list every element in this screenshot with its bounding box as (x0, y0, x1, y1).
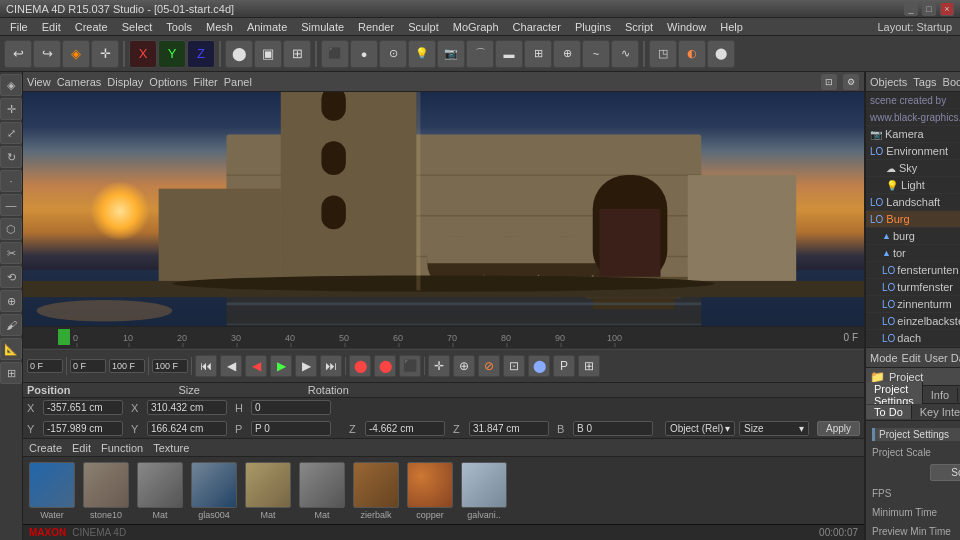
toolbar-bend[interactable]: ⌒ (466, 40, 494, 68)
toolbar-y-axis[interactable]: Y (158, 40, 186, 68)
vp-menu-filter[interactable]: Filter (193, 76, 217, 88)
mat-mat2[interactable]: Mat (243, 462, 293, 520)
props-menu-edit[interactable]: Edit (902, 352, 921, 364)
subtab-keyinterp[interactable]: Key Interpolation (912, 405, 960, 419)
obj-light[interactable]: 💡 Light (866, 177, 960, 194)
play-reverse-button[interactable]: ◀ (245, 355, 267, 377)
minimize-button[interactable]: _ (904, 2, 918, 16)
menu-sculpt[interactable]: Sculpt (402, 20, 445, 34)
mat-mat3[interactable]: Mat (297, 462, 347, 520)
menu-simulate[interactable]: Simulate (295, 20, 350, 34)
mat-zierbalk[interactable]: zierbalk (351, 462, 401, 520)
y-position[interactable]: -157.989 cm (43, 421, 123, 436)
scale-project-button[interactable]: Scale Project... (930, 464, 960, 481)
obj-environment[interactable]: LO Environment (866, 143, 960, 160)
mode-icon-3[interactable]: ⊘ (478, 355, 500, 377)
apply-button[interactable]: Apply (817, 421, 860, 436)
toolbar-camera[interactable]: 📷 (437, 40, 465, 68)
mode-icon-1[interactable]: ✛ (428, 355, 450, 377)
obj-fensterunten[interactable]: LO fensterunten (866, 262, 960, 279)
sidebar-snap[interactable]: ⊞ (0, 362, 22, 384)
toolbar-anim-2[interactable]: ▣ (254, 40, 282, 68)
obj-landschaft[interactable]: LO Landschaft (866, 194, 960, 211)
current-frame-input[interactable]: 100 F (109, 359, 145, 373)
mat-menu-edit[interactable]: Edit (72, 442, 91, 454)
tab-info[interactable]: Info (923, 388, 958, 402)
menu-window[interactable]: Window (661, 20, 712, 34)
vp-menu-options[interactable]: Options (149, 76, 187, 88)
obj-einzelbacksteine[interactable]: LO einzelbacksteine (866, 313, 960, 330)
obj-turmfenster[interactable]: LO turmfenster (866, 279, 960, 296)
toolbar-render-view[interactable]: ◐ (678, 40, 706, 68)
vp-menu-panel[interactable]: Panel (224, 76, 252, 88)
toolbar-render-region[interactable]: ◳ (649, 40, 677, 68)
vp-menu-cameras[interactable]: Cameras (57, 76, 102, 88)
z-position[interactable]: -4.662 cm (365, 421, 445, 436)
toolbar-nurbs[interactable]: ∿ (611, 40, 639, 68)
y-size[interactable]: 166.624 cm (147, 421, 227, 436)
toolbar-light[interactable]: 💡 (408, 40, 436, 68)
close-button[interactable]: × (940, 2, 954, 16)
sidebar-measure[interactable]: 📐 (0, 338, 22, 360)
props-menu-userdata[interactable]: User Data (925, 352, 960, 364)
toolbar-floor[interactable]: ▬ (495, 40, 523, 68)
mode-icon-6[interactable]: P (553, 355, 575, 377)
mat-galvani[interactable]: galvani.. (459, 462, 509, 520)
mode-icon-2[interactable]: ⊕ (453, 355, 475, 377)
obj-sky[interactable]: ☁ Sky (866, 160, 960, 177)
prev-frame-button[interactable]: ◀ (220, 355, 242, 377)
toolbar-cylinder[interactable]: ⊙ (379, 40, 407, 68)
obj-kamera[interactable]: 📷 Kamera ⊘ (866, 126, 960, 143)
toolbar-spline[interactable]: ~ (582, 40, 610, 68)
play-button[interactable]: ▶ (270, 355, 292, 377)
toolbar-z-axis[interactable]: Z (187, 40, 215, 68)
x-size[interactable]: 310.432 cm (147, 400, 227, 415)
menu-select[interactable]: Select (116, 20, 159, 34)
sidebar-loop[interactable]: ⟲ (0, 266, 22, 288)
menu-animate[interactable]: Animate (241, 20, 293, 34)
z-size[interactable]: 31.847 cm (469, 421, 549, 436)
obj-dach[interactable]: LO dach (866, 330, 960, 347)
vp-settings[interactable]: ⚙ (842, 73, 860, 91)
obj-tor[interactable]: ▲ tor (866, 245, 960, 262)
menu-script[interactable]: Script (619, 20, 659, 34)
menu-render[interactable]: Render (352, 20, 400, 34)
sidebar-edges[interactable]: — (0, 194, 22, 216)
mat-mat1[interactable]: Mat (135, 462, 185, 520)
toolbar-sphere[interactable]: ● (350, 40, 378, 68)
sidebar-paint[interactable]: 🖌 (0, 314, 22, 336)
sidebar-scale[interactable]: ⤢ (0, 122, 22, 144)
mat-stone10[interactable]: stone10 (81, 462, 131, 520)
start-frame-input[interactable]: 0 F (70, 359, 106, 373)
sidebar-poly[interactable]: ⬡ (0, 218, 22, 240)
mode-icon-4[interactable]: ⊡ (503, 355, 525, 377)
menu-mesh[interactable]: Mesh (200, 20, 239, 34)
menu-create[interactable]: Create (69, 20, 114, 34)
toolbar-render-all[interactable]: ⬤ (707, 40, 735, 68)
x-position[interactable]: -357.651 cm (43, 400, 123, 415)
toolbar-live-select[interactable]: ◈ (62, 40, 90, 68)
x-rotation[interactable]: 0 (251, 400, 331, 415)
current-frame-display[interactable]: 0 F (27, 359, 63, 373)
mat-menu-function[interactable]: Function (101, 442, 143, 454)
menu-edit[interactable]: Edit (36, 20, 67, 34)
toolbar-undo[interactable]: ↩ (4, 40, 32, 68)
record-keyframe[interactable]: ⬤ (349, 355, 371, 377)
mat-menu-create[interactable]: Create (29, 442, 62, 454)
vp-maximize[interactable]: ⊡ (820, 73, 838, 91)
mode-icon-5[interactable]: ⬤ (528, 355, 550, 377)
sidebar-select[interactable]: ◈ (0, 74, 22, 96)
menu-plugins[interactable]: Plugins (569, 20, 617, 34)
sidebar-move[interactable]: ✛ (0, 98, 22, 120)
props-menu-mode[interactable]: Mode (870, 352, 898, 364)
z-rotation[interactable]: B 0 (573, 421, 653, 436)
sidebar-rotate[interactable]: ↻ (0, 146, 22, 168)
go-start-button[interactable]: ⏮ (195, 355, 217, 377)
mat-menu-texture[interactable]: Texture (153, 442, 189, 454)
coord-system-select[interactable]: Object (Rel) ▾ (665, 421, 735, 436)
mat-water[interactable]: Water (27, 462, 77, 520)
mat-glas[interactable]: glas004 (189, 462, 239, 520)
vp-menu-display[interactable]: Display (107, 76, 143, 88)
sidebar-points[interactable]: · (0, 170, 22, 192)
vp-menu-view[interactable]: View (27, 76, 51, 88)
